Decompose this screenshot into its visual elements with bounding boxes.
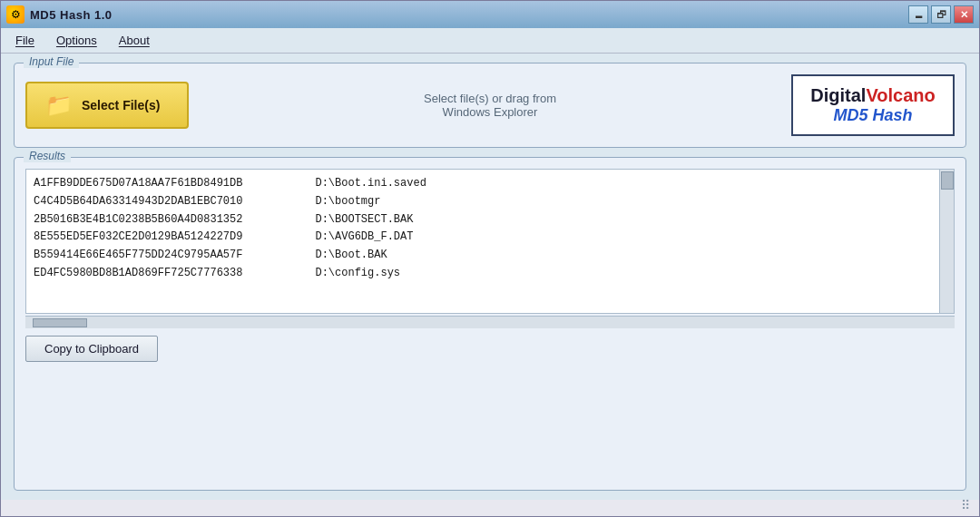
hash-row-2: C4C4D5B64DA63314943D2DAB1EBC7010	[34, 193, 242, 211]
title-bar: ⚙ MD5 Hash 1.0 🗕 🗗 ✕	[1, 1, 979, 28]
hash-column: A1FFB9DDE675D07A18AA7F61BD8491DB C4C4D5B…	[34, 175, 242, 283]
hash-row-1: A1FFB9DDE675D07A18AA7F61BD8491DB	[34, 175, 242, 193]
input-file-group: Input File 📁 Select File(s) Select file(…	[14, 63, 966, 148]
drop-hint-line1: Select file(s) or drag from	[207, 92, 773, 105]
file-column: D:\Boot.ini.saved D:\bootmgr D:\BOOTSECT…	[315, 175, 426, 283]
menu-about[interactable]: About	[108, 30, 161, 51]
minimize-button[interactable]: 🗕	[908, 5, 928, 24]
title-bar-controls: 🗕 🗗 ✕	[908, 5, 974, 24]
file-row-1: D:\Boot.ini.saved	[315, 175, 426, 193]
input-file-label: Input File	[24, 55, 79, 68]
logo-product: MD5 Hash	[833, 106, 912, 124]
hash-row-4: 8E555ED5EF032CE2D0129BA5124227D9	[34, 229, 242, 247]
horizontal-scrollbar[interactable]	[25, 316, 955, 328]
logo-name-row: DigitalVolcano	[808, 85, 938, 106]
h-scrollbar-thumb	[33, 318, 87, 327]
vertical-scrollbar[interactable]	[939, 170, 954, 313]
main-content: Input File 📁 Select File(s) Select file(…	[1, 54, 979, 500]
file-row-6: D:\config.sys	[315, 265, 426, 283]
menu-options[interactable]: Options	[45, 30, 108, 51]
logo-digital: Digital	[810, 85, 866, 105]
file-row-2: D:\bootmgr	[315, 193, 426, 211]
menu-file[interactable]: File	[5, 30, 45, 51]
file-row-3: D:\BOOTSECT.BAK	[315, 211, 426, 229]
app-icon: ⚙	[6, 5, 24, 24]
logo-box: DigitalVolcano MD5 Hash	[791, 74, 955, 136]
copy-to-clipboard-button[interactable]: Copy to Clipboard	[25, 336, 158, 362]
close-button[interactable]: ✕	[954, 5, 974, 24]
results-group: Results A1FFB9DDE675D07A18AA7F61BD8491DB…	[14, 157, 966, 491]
file-row-4: D:\AVG6DB_F.DAT	[315, 229, 426, 247]
logo-volcano: Volcano	[866, 85, 935, 105]
resize-grip[interactable]: ⠿	[0, 498, 975, 514]
title-bar-left: ⚙ MD5 Hash 1.0	[6, 5, 113, 24]
results-data: A1FFB9DDE675D07A18AA7F61BD8491DB C4C4D5B…	[34, 175, 932, 283]
hash-row-5: B559414E66E465F775DD24C9795AA57F	[34, 247, 242, 265]
select-files-label: Select File(s)	[82, 98, 160, 112]
select-files-button[interactable]: 📁 Select File(s)	[25, 82, 189, 129]
file-row-5: D:\Boot.BAK	[315, 247, 426, 265]
restore-button[interactable]: 🗗	[931, 5, 951, 24]
hash-row-3: 2B5016B3E4B1C0238B5B60A4D0831352	[34, 211, 242, 229]
folder-icon: 📁	[45, 93, 73, 118]
main-window: ⚙ MD5 Hash 1.0 🗕 🗗 ✕ File Options About …	[0, 0, 980, 517]
drop-hint: Select file(s) or drag from Windows Expl…	[207, 92, 773, 119]
menu-bar: File Options About	[1, 28, 979, 54]
results-label: Results	[24, 150, 71, 162]
results-content-area: A1FFB9DDE675D07A18AA7F61BD8491DB C4C4D5B…	[26, 170, 939, 313]
hash-row-6: ED4FC5980BD8B1AD869FF725C7776338	[34, 265, 242, 283]
drop-hint-line2: Windows Explorer	[207, 105, 773, 119]
input-file-row: 📁 Select File(s) Select file(s) or drag …	[25, 74, 955, 136]
window-title: MD5 Hash 1.0	[30, 8, 113, 22]
